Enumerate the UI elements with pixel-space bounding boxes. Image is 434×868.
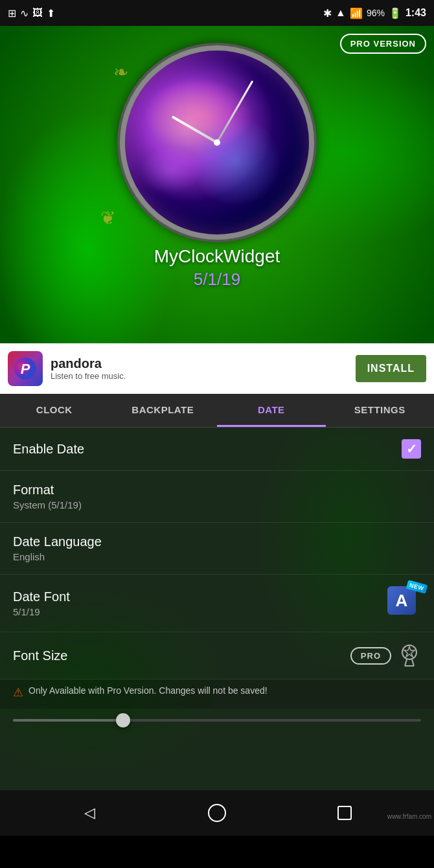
ad-text-block: pandora Listen to free music. (51, 356, 348, 381)
svg-line-4 (405, 659, 407, 666)
hour-hand (172, 115, 218, 143)
date-language-label: Date Language (13, 534, 421, 549)
nav-back-button[interactable]: ◁ (75, 799, 104, 827)
status-bar: ⊞ ∿ 🖼 ⬆ ✱ ▲ 📶 96% 🔋 1:43 (0, 0, 434, 26)
time-display: 1:43 (405, 7, 426, 19)
nav-home-button[interactable] (203, 799, 231, 827)
nav-bar: ◁ (0, 790, 434, 836)
font-letter-icon: A (387, 586, 416, 615)
format-label: Format (13, 483, 421, 497)
enable-date-label: Enable Date (13, 442, 84, 457)
award-icon (398, 644, 421, 667)
icon-zigzag: ∿ (20, 7, 29, 19)
format-value: System (5/1/19) (13, 499, 421, 510)
date-font-value: 5/1/19 (13, 606, 70, 617)
tab-clock[interactable]: CLOCK (0, 394, 109, 427)
slider-track (13, 719, 421, 722)
decorative-swirl-bottomleft: ❦ (100, 207, 115, 229)
svg-marker-3 (404, 646, 415, 657)
status-right-icons: ✱ ▲ 📶 96% 🔋 1:43 (323, 7, 426, 19)
date-font-header: Date Font 5/1/19 A NEW (13, 586, 421, 620)
slider-thumb[interactable] (116, 713, 130, 727)
battery-level: 96% (367, 8, 385, 18)
date-font-text: Date Font 5/1/19 (13, 589, 70, 617)
font-size-slider-container (0, 709, 434, 735)
font-size-header: Font Size PRO (13, 644, 421, 667)
date-font-badge: A NEW (387, 586, 421, 620)
home-icon (208, 804, 226, 822)
enable-date-row: Enable Date ✓ (0, 428, 434, 471)
tab-settings[interactable]: SETTINGS (326, 394, 435, 427)
app-date: 5/1/19 (194, 269, 240, 290)
warning-icon: ⚠ (13, 685, 23, 700)
font-size-row: Font Size PRO (0, 632, 434, 680)
pro-badge: PRO (350, 647, 391, 665)
font-size-badges: PRO (350, 644, 421, 667)
tab-bar: CLOCK BACKPLATE DATE SETTINGS (0, 394, 434, 428)
svg-text:P: P (21, 361, 30, 377)
tab-backplate[interactable]: BACKPLATE (109, 394, 218, 427)
ad-tagline: Listen to free music. (51, 371, 348, 381)
ad-banner: P pandora Listen to free music. INSTALL (0, 343, 434, 394)
format-row[interactable]: Format System (5/1/19) (0, 471, 434, 523)
clock-hands (125, 51, 309, 234)
checkbox-checkmark: ✓ (406, 441, 417, 457)
bluetooth-icon: ✱ (323, 7, 332, 19)
svg-line-5 (412, 659, 414, 666)
decorative-swirl-topleft: ❧ (113, 62, 128, 83)
clock-widget (120, 45, 314, 240)
minute-hand (216, 80, 254, 143)
clock-center-dot (214, 139, 220, 146)
date-font-label: Date Font (13, 589, 70, 604)
tab-date[interactable]: DATE (217, 394, 326, 427)
enable-date-header: Enable Date ✓ (13, 439, 421, 459)
battery-icon: 🔋 (389, 7, 402, 19)
date-font-row[interactable]: Date Font 5/1/19 A NEW (0, 575, 434, 632)
ad-install-button[interactable]: INSTALL (356, 355, 426, 382)
icon-image: 🖼 (32, 7, 43, 19)
app-name: MyClockWidget (154, 246, 280, 267)
slider-fill (13, 719, 123, 722)
watermark: www.frfam.com (387, 813, 431, 820)
back-icon: ◁ (84, 805, 95, 821)
pandora-logo: P (8, 351, 43, 386)
date-language-row[interactable]: Date Language English (0, 523, 434, 575)
settings-content: Enable Date ✓ Format System (5/1/19) Dat… (0, 428, 434, 790)
icon-upload: ⬆ (47, 7, 55, 19)
wifi-icon: ▲ (336, 7, 346, 19)
recent-icon (337, 806, 352, 820)
pro-warning-row: ⚠ Only Available with Pro Version. Chang… (0, 680, 434, 709)
status-left-icons: ⊞ ∿ 🖼 ⬆ (8, 7, 55, 19)
clock-face (120, 45, 314, 240)
date-language-value: English (13, 551, 421, 562)
font-size-label: Font Size (13, 648, 67, 663)
icon-grid: ⊞ (8, 7, 16, 19)
enable-date-checkbox[interactable]: ✓ (402, 439, 421, 459)
pro-version-button[interactable]: PRO VERSION (340, 34, 426, 54)
warning-text: Only Available with Pro Version. Changes… (29, 685, 268, 698)
header-area: PRO VERSION ❧ ❦ MyClockWidget 5/1/19 (0, 26, 434, 343)
ad-brand-name: pandora (51, 356, 348, 371)
nav-recent-button[interactable] (330, 799, 359, 827)
signal-icon: 📶 (350, 7, 363, 19)
